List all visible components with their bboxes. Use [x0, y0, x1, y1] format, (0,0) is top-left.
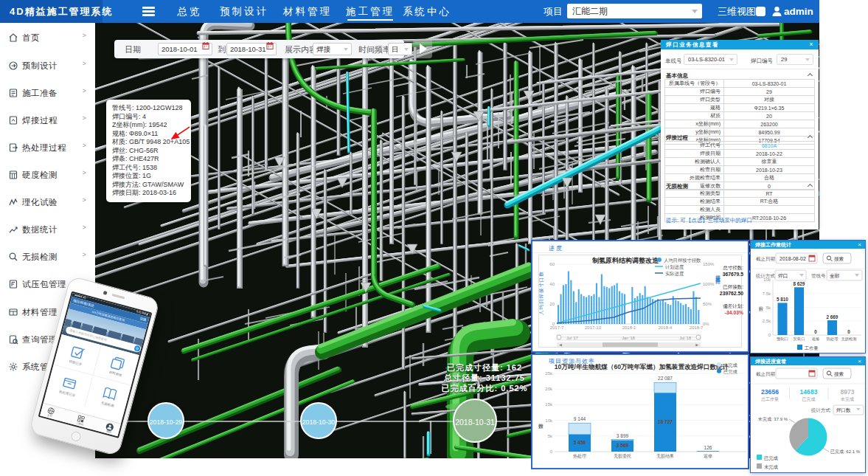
svg-text:2017-10: 2017-10 [585, 325, 602, 330]
svg-text:已焊接数:: 已焊接数: [723, 284, 743, 289]
svg-text:-34.03%: -34.03% [725, 310, 743, 315]
svg-text:焊口数: 焊口数 [538, 424, 544, 430]
svg-text:239762.50: 239762.50 [720, 291, 743, 296]
svg-text:预制口: 预制口 [777, 337, 788, 342]
svg-text:焊口: 焊口 [778, 273, 788, 279]
svg-text:偏差计划:: 偏差计划: [723, 303, 743, 309]
svg-text:Jan '18: Jan '18 [622, 336, 635, 340]
svg-text:5 456: 5 456 [574, 440, 586, 445]
svg-text:2018-1: 2018-1 [622, 325, 636, 330]
svg-text:20k: 20k [545, 387, 553, 391]
svg-text:工作量: 工作量 [804, 345, 819, 351]
svg-text:2.5k: 2.5k [763, 319, 771, 323]
svg-text:18 727: 18 727 [658, 419, 673, 424]
svg-text:无损检测: 无损检测 [841, 337, 856, 342]
svg-text:未完成: 未完成 [723, 362, 738, 368]
svg-text:热处理: 热处理 [827, 337, 839, 342]
svg-text:无损委托: 无损委托 [614, 453, 631, 459]
svg-text:未完成: 未完成 [840, 396, 854, 402]
svg-text:返修: 返修 [812, 337, 820, 341]
svg-text:0: 0 [814, 329, 817, 334]
svg-text:无损结果: 无损结果 [656, 453, 674, 459]
svg-text:计划进度: 计划进度 [665, 264, 684, 270]
svg-text:口数: 口数 [759, 306, 763, 311]
svg-text:▶: ▶ [695, 342, 698, 347]
svg-text:50%: 50% [703, 302, 712, 306]
svg-text:15k: 15k [545, 402, 553, 407]
svg-text:安装口: 安装口 [794, 337, 805, 341]
svg-text:10k: 10k [545, 418, 553, 423]
svg-text:人均日焊接寸径数: 人均日焊接寸径数 [664, 258, 701, 263]
svg-text:10k: 10k [763, 277, 771, 282]
svg-text:25k: 25k [545, 371, 553, 376]
svg-text:2017-7: 2017-7 [550, 325, 564, 330]
svg-text:焊口数: 焊口数 [836, 407, 851, 413]
svg-text:搜索: 搜索 [834, 371, 844, 377]
svg-text:2018-7: 2018-7 [690, 325, 704, 330]
svg-text:9 144: 9 144 [574, 416, 586, 421]
svg-text:全部: 全部 [830, 273, 840, 279]
svg-text:150%: 150% [703, 262, 715, 266]
svg-text:60: 60 [549, 262, 555, 266]
svg-text:2 669: 2 669 [827, 314, 839, 320]
svg-text:7.5k: 7.5k [763, 292, 771, 296]
svg-text:未完成: 未完成 [764, 464, 779, 470]
svg-text:截止日期: 截止日期 [756, 256, 775, 261]
svg-text:0: 0 [768, 333, 771, 337]
svg-text:5 810: 5 810 [777, 297, 788, 302]
svg-text:热处理: 热处理 [573, 453, 586, 459]
svg-text:10万吨/年生物航煤（60万吨年军燃）加氢装置改造焊口数统计: 10万吨/年生物航煤（60万吨年军燃）加氢装置改造焊口数统计 [555, 363, 729, 370]
svg-text:未完成: 37.9 %: 未完成: 37.9 % [757, 416, 788, 422]
svg-text:8973: 8973 [840, 388, 854, 396]
svg-text:23656: 23656 [761, 388, 779, 396]
svg-text:20: 20 [549, 302, 555, 306]
svg-text:管线号: 管线号 [811, 273, 826, 279]
svg-text:返修: 返修 [704, 454, 712, 458]
svg-text:统计方式: 统计方式 [811, 407, 831, 413]
svg-text:0: 0 [550, 449, 553, 454]
svg-text:2018-08-02: 2018-08-02 [780, 256, 806, 261]
svg-text:5k: 5k [766, 306, 771, 310]
svg-text:Jul '18: Jul '18 [679, 336, 691, 340]
svg-text:40: 40 [549, 282, 555, 286]
svg-text:2018-4: 2018-4 [659, 325, 673, 330]
svg-text:总工作量: 总工作量 [760, 396, 779, 401]
svg-text:已完成: 62.1 %: 已完成: 62.1 % [830, 449, 861, 455]
svg-text:3 899: 3 899 [617, 433, 629, 438]
svg-text:367679.5: 367679.5 [723, 272, 744, 277]
svg-text:3 569: 3 569 [617, 443, 629, 448]
svg-text:5k: 5k [548, 434, 553, 438]
svg-text:0: 0 [847, 329, 850, 334]
svg-text:人均日焊接寸口数: 人均日焊接寸口数 [538, 271, 544, 315]
svg-text:14683: 14683 [800, 388, 818, 396]
svg-text:0%: 0% [703, 322, 709, 326]
svg-text:制氢原料结构调整改造: 制氢原料结构调整改造 [591, 257, 659, 264]
svg-text:实际进度: 实际进度 [665, 271, 684, 277]
svg-text:Jul '17: Jul '17 [566, 336, 578, 340]
svg-text:126: 126 [704, 445, 712, 450]
svg-text:总寸径数:: 总寸径数: [722, 265, 743, 270]
svg-text:22 087: 22 087 [658, 376, 673, 381]
svg-text:8 629: 8 629 [794, 281, 805, 286]
svg-text:100%: 100% [703, 282, 715, 286]
svg-text:搜索: 搜索 [834, 256, 844, 262]
svg-text:焊接完成百分比: 焊接完成百分比 [715, 271, 721, 284]
svg-text:已完成: 已完成 [764, 455, 779, 461]
svg-text:已完成: 已完成 [802, 396, 816, 402]
svg-text:◀: ◀ [559, 342, 562, 347]
svg-text:截止日期: 截止日期 [756, 371, 775, 376]
